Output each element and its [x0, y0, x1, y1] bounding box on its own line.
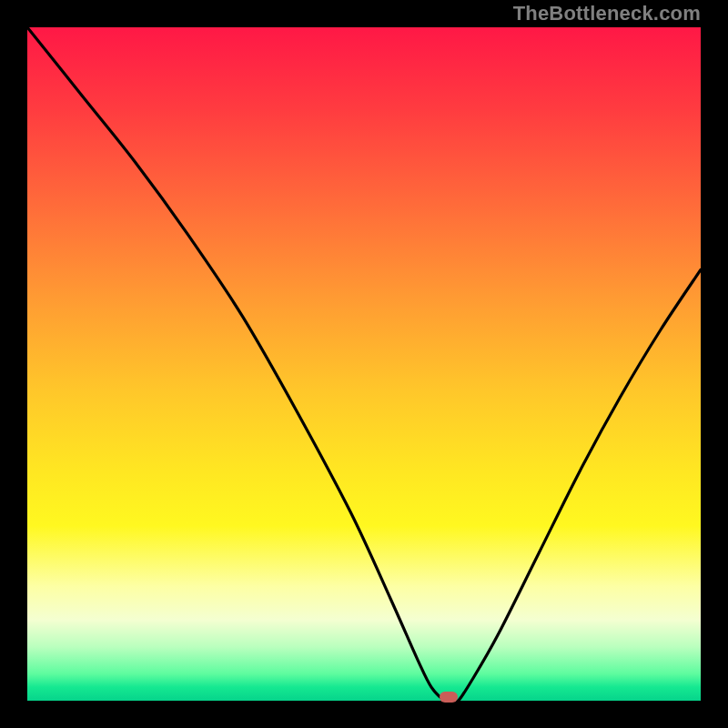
- bottleneck-curve: [27, 27, 701, 701]
- curve-svg: [27, 27, 701, 701]
- watermark-text: TheBottleneck.com: [513, 2, 701, 25]
- plot-area: [27, 27, 701, 701]
- chart-frame: TheBottleneck.com: [0, 0, 728, 728]
- optimal-marker: [440, 692, 458, 703]
